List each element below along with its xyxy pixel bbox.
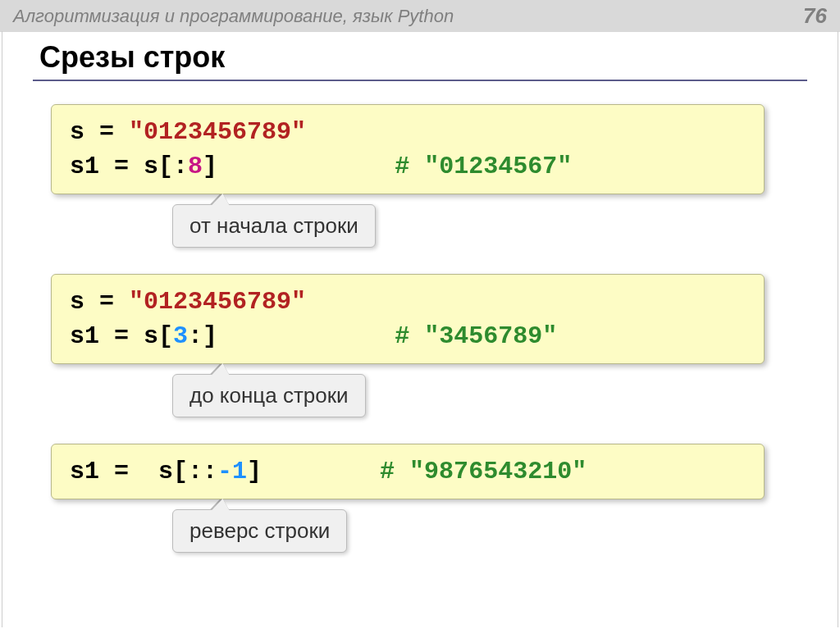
code-line: s = "0123456789" [70,115,746,149]
header-bar: Алгоритмизация и программирование, язык … [0,0,840,32]
page-number: 76 [803,3,827,29]
breadcrumb: Алгоритмизация и программирование, язык … [13,6,454,27]
code-block-1: s = "0123456789" s1 = s[:8] # "01234567" [51,104,765,194]
title-underline [33,80,807,81]
slide-content: Срезы строк s = "0123456789" s1 = s[:8] … [0,32,840,587]
code-line: s1 = s[::-1] # "9876543210" [70,454,746,489]
code-line: s1 = s[3:] # "3456789" [70,319,746,353]
code-line: s = "0123456789" [70,285,746,319]
page-title: Срезы строк [33,40,807,75]
callout-2: до конца строки [172,374,366,417]
code-block-2: s = "0123456789" s1 = s[3:] # "3456789" [51,274,765,364]
code-block-3: s1 = s[::-1] # "9876543210" [51,444,765,499]
code-line: s1 = s[:8] # "01234567" [70,149,746,184]
callout-3: реверс строки [172,509,347,553]
callout-1: от начала строки [172,204,376,248]
